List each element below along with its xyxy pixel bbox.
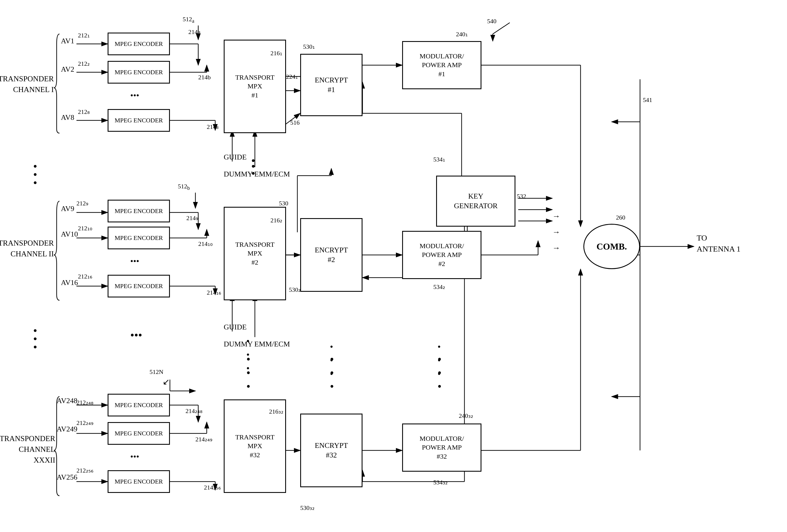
ref-534-1: 534₁ bbox=[433, 156, 445, 163]
dots-mid-vertical-1: ••• bbox=[247, 353, 250, 393]
ref-212-249: 212₂₄₉ bbox=[77, 419, 93, 427]
ref-214-16: 214₁₆ bbox=[207, 289, 221, 296]
ref-216-2: 216₂ bbox=[271, 217, 282, 224]
mpeg-encoder-3-ch32: MPEG ENCODER bbox=[108, 470, 170, 493]
ref-541: 541 bbox=[643, 96, 652, 104]
ref-212-256: 212₂₅₆ bbox=[77, 467, 93, 474]
mpeg-encoder-1-ch1: MPEG ENCODER bbox=[108, 33, 170, 55]
av249-label: AV249 bbox=[57, 425, 77, 433]
kg-output-dots: →→→ bbox=[552, 208, 560, 256]
av8-label: AV8 bbox=[61, 113, 74, 122]
modulator-2: MODULATOR/ POWER AMP #2 bbox=[402, 231, 482, 279]
av16-ref: 212₁₆ bbox=[78, 273, 92, 280]
modulator-32: MODULATOR/ POWER AMP #32 bbox=[402, 424, 482, 472]
av9-ref: 212₉ bbox=[77, 200, 88, 207]
mpeg-encoder-2-ch1: MPEG ENCODER bbox=[108, 61, 170, 84]
ref-214b: 214b bbox=[198, 73, 211, 81]
ref-240-32: 240₃₂ bbox=[459, 412, 473, 420]
mpeg-encoder-2-ch32: MPEG ENCODER bbox=[108, 422, 170, 445]
ref-214a: 214a bbox=[188, 28, 200, 36]
arrow-512n: ↙ bbox=[163, 377, 170, 387]
channel-32-label: TRANSPONDER CHANNEL XXXII bbox=[3, 433, 55, 465]
ref-516: 516 bbox=[290, 119, 300, 126]
encrypt-2: ENCRYPT #2 bbox=[300, 218, 362, 292]
ref-534-32: 534₃₂ bbox=[433, 479, 448, 486]
mpeg-encoder-8-ch1: MPEG ENCODER bbox=[108, 109, 170, 132]
ref-216-32: 216₃₂ bbox=[269, 408, 283, 415]
dots-transport-mid3: • bbox=[247, 171, 260, 178]
channel-1-label: TRANSPONDER CHANNEL I bbox=[6, 73, 54, 95]
dots-between-ch2-ch32: ••• bbox=[28, 328, 42, 353]
ref-214-8: 214₈ bbox=[207, 123, 219, 131]
ref-534-2: 534₂ bbox=[433, 283, 445, 291]
ref-540: 540 bbox=[487, 18, 496, 25]
antenna-label: TO ANTENNA 1 bbox=[697, 232, 741, 254]
av1-label: AV1 bbox=[61, 37, 74, 45]
guide-label-1: GUIDE bbox=[224, 153, 247, 162]
ref-240-1: 240₁ bbox=[456, 30, 468, 38]
ref-530-1: 530₁ bbox=[303, 43, 315, 50]
ref-214g: 214₉ bbox=[186, 214, 198, 222]
ref-512a: 512a bbox=[183, 16, 194, 24]
encrypt-1: ENCRYPT #1 bbox=[300, 54, 362, 116]
av10-label: AV10 bbox=[61, 230, 78, 238]
ref-214-248: 214₂₄₈ bbox=[186, 407, 203, 415]
dots-transport-mid2: • bbox=[247, 164, 260, 171]
ref-530-32: 530₃₂ bbox=[300, 504, 315, 512]
dummy-emm-ecm-2: DUMMY EMM/ECM bbox=[224, 340, 290, 348]
ref-212-248: 212₂₄₈ bbox=[77, 399, 93, 406]
combiner: COMB. bbox=[583, 224, 640, 269]
dots-ch1-enc: ••• bbox=[130, 91, 139, 100]
dots-ch2-enc: ••• bbox=[130, 256, 139, 266]
channel-2-label: TRANSPONDER CHANNEL II bbox=[6, 238, 54, 259]
ref-214-10: 214₁₀ bbox=[198, 240, 213, 248]
mpeg-encoder-1-ch2: MPEG ENCODER bbox=[108, 200, 170, 222]
dots-ch32-enc: ••• bbox=[130, 452, 139, 462]
ref-512b: 512b bbox=[178, 183, 190, 191]
encrypt-32: ENCRYPT #32 bbox=[300, 413, 362, 487]
mpeg-encoder-2-ch2: MPEG ENCODER bbox=[108, 227, 170, 249]
dots-mid-vertical-2: ••• bbox=[330, 353, 334, 393]
dots-between-ch1-ch2: ••• bbox=[28, 164, 42, 189]
av8-ref: 212₈ bbox=[78, 108, 90, 115]
dots-enc-mid: ••• bbox=[130, 328, 142, 342]
mpeg-encoder-3-ch2: MPEG ENCODER bbox=[108, 275, 170, 297]
dots-mid-vertical-3: ••• bbox=[438, 353, 442, 393]
av256-label: AV256 bbox=[57, 473, 77, 482]
ref-214-249: 214₂₄₉ bbox=[195, 436, 212, 443]
modulator-1: MODULATOR/ POWER AMP #1 bbox=[402, 41, 482, 89]
av10-ref: 212₁₀ bbox=[78, 225, 92, 232]
av248-label: AV248 bbox=[57, 397, 77, 405]
av2-label: AV2 bbox=[61, 65, 74, 73]
ref-532: 532 bbox=[517, 193, 526, 200]
av9-label: AV9 bbox=[61, 205, 74, 213]
mpeg-encoder-1-ch32: MPEG ENCODER bbox=[108, 394, 170, 417]
ref-224-1: 224₁ bbox=[286, 73, 298, 81]
ref-512n: 512N bbox=[150, 368, 164, 376]
av16-label: AV16 bbox=[61, 278, 78, 287]
ref-214-256: 214₂₅₆ bbox=[204, 484, 221, 491]
ref-216-1: 216₁ bbox=[271, 49, 282, 57]
key-generator: KEY GENERATOR bbox=[436, 176, 515, 227]
guide-label-2: GUIDE bbox=[224, 323, 247, 332]
av2-ref: 212₂ bbox=[78, 60, 90, 67]
diagram: TRANSPONDER CHANNEL I AV1 212₁ AV2 212₂ … bbox=[0, 0, 787, 532]
ref-530: 530 bbox=[279, 200, 288, 207]
ref-260: 260 bbox=[616, 214, 625, 221]
ref-530-2: 530₂ bbox=[289, 286, 301, 294]
av1-ref: 212₁ bbox=[78, 32, 90, 39]
